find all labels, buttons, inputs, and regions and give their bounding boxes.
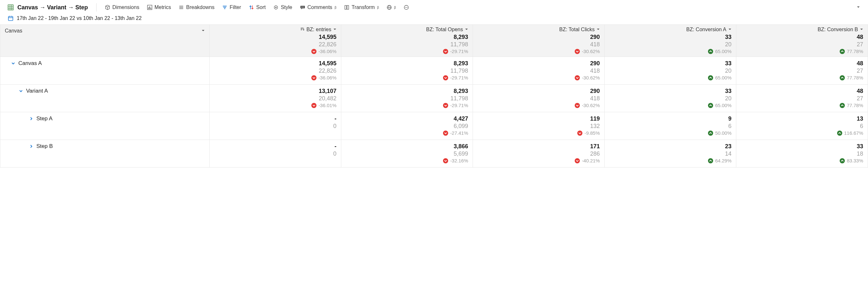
- up-badge-icon: [708, 131, 713, 136]
- cell-delta: -30.62%: [477, 75, 600, 80]
- style-icon: [273, 5, 278, 10]
- svg-point-25: [405, 7, 406, 8]
- down-badge-icon: [311, 75, 316, 80]
- metric-cell: 33 18 83.33%: [736, 140, 868, 168]
- cube-icon: [105, 5, 110, 10]
- sort-icon: [249, 5, 254, 10]
- metric-header[interactable]: BZ: Total Clicks 290 418 -30.62%: [473, 25, 604, 57]
- metric-cell: 33 20 65.00%: [604, 85, 736, 112]
- down-badge-icon: [311, 49, 316, 54]
- dim-cell[interactable]: Variant A: [0, 85, 210, 112]
- down-badge-icon: [575, 49, 580, 54]
- cell-comparison-value: 6: [741, 123, 863, 130]
- style-button[interactable]: Style: [273, 4, 292, 10]
- dim-header-label: Canvas: [5, 28, 22, 34]
- collapse-toolbar-caret[interactable]: [857, 5, 860, 10]
- down-badge-icon: [311, 103, 316, 108]
- data-table: Canvas BZ: entries 14,595 22,826 -36.06%…: [0, 25, 868, 168]
- dim-header[interactable]: Canvas: [0, 25, 210, 57]
- up-badge-icon: [840, 49, 845, 54]
- up-badge-icon: [840, 75, 845, 80]
- date-row: 17th Jan 22 - 19th Jan 22 vs 10th Jan 22…: [0, 14, 868, 25]
- cell-primary-value: 290: [477, 60, 600, 67]
- metrics-button[interactable]: Metrics: [147, 4, 171, 10]
- cell-comparison-value: 20: [609, 68, 732, 74]
- metric-delta: -36.06%: [214, 48, 336, 54]
- beta-badge: β: [335, 6, 336, 9]
- toolbar: Canvas → Variant → Step Dimensions Metri…: [0, 0, 868, 14]
- transform-button[interactable]: Transformβ: [344, 4, 379, 10]
- sort-button[interactable]: Sort: [249, 4, 266, 10]
- cell-comparison-value: 14: [609, 150, 732, 157]
- cell-primary-value: 48: [741, 60, 863, 67]
- chevron-down-icon[interactable]: [18, 89, 24, 94]
- date-range-text[interactable]: 17th Jan 22 - 19th Jan 22 vs 10th Jan 22…: [17, 15, 142, 21]
- up-badge-icon: [840, 158, 845, 163]
- metric-primary-value: 48: [741, 34, 863, 40]
- svg-rect-28: [8, 16, 13, 21]
- cell-comparison-value: 418: [477, 95, 600, 102]
- filter-icon: [222, 5, 227, 10]
- cell-primary-value: 119: [477, 115, 600, 122]
- up-badge-icon: [837, 131, 842, 136]
- metric-header[interactable]: BZ: Conversion A 33 20 65.00%: [604, 25, 736, 57]
- metric-header[interactable]: BZ: Conversion B 48 27 77.78%: [736, 25, 868, 57]
- globe-button[interactable]: β: [387, 5, 396, 10]
- metric-label: BZ: Total Clicks: [559, 27, 595, 32]
- comments-label: Comments: [307, 4, 332, 10]
- caret-down-icon: [465, 28, 468, 32]
- cell-primary-value: 4,427: [346, 115, 468, 122]
- cell-delta: -29.71%: [346, 103, 468, 108]
- cell-delta: 77.78%: [741, 103, 863, 108]
- filter-label: Filter: [229, 4, 241, 10]
- metric-label: BZ: entries: [307, 27, 331, 32]
- metric-label: BZ: Total Opens: [426, 27, 463, 32]
- metric-header[interactable]: BZ: entries 14,595 22,826 -36.06%: [210, 25, 341, 57]
- cell-comparison-value: 0: [214, 123, 336, 130]
- dimensions-button[interactable]: Dimensions: [105, 4, 140, 10]
- more-button[interactable]: [404, 5, 409, 10]
- metric-cell: 13 6 116.67%: [736, 112, 868, 140]
- table-icon: [8, 4, 13, 10]
- metric-comparison-value: 22,826: [214, 41, 336, 48]
- cell-primary-value: 48: [741, 88, 863, 95]
- dim-cell[interactable]: Step B: [0, 140, 210, 168]
- cell-primary-value: 8,293: [346, 88, 468, 95]
- calendar-icon[interactable]: [8, 15, 13, 21]
- chevron-right-icon[interactable]: [29, 116, 34, 121]
- metrics-icon: [147, 5, 152, 10]
- metric-cell: 23 14 64.29%: [604, 140, 736, 168]
- down-badge-icon: [443, 158, 448, 163]
- row-label: Step A: [36, 115, 53, 122]
- metric-cell: 290 418 -30.62%: [473, 57, 604, 85]
- cell-delta: 116.67%: [741, 130, 863, 136]
- filter-button[interactable]: Filter: [222, 4, 241, 10]
- metric-header[interactable]: BZ: Total Opens 8,293 11,798 -29.71%: [341, 25, 473, 57]
- breakdowns-button[interactable]: Breakdowns: [179, 4, 214, 10]
- dim-cell[interactable]: Canvas A: [0, 57, 210, 85]
- cell-primary-value: -: [214, 143, 336, 150]
- cell-delta: 77.78%: [741, 75, 863, 80]
- metric-comparison-value: 27: [741, 41, 863, 48]
- svg-rect-20: [347, 5, 349, 9]
- cell-primary-value: 13,107: [214, 88, 336, 95]
- down-badge-icon: [577, 131, 582, 136]
- breadcrumb-title[interactable]: Canvas → Variant → Step: [18, 4, 88, 11]
- cell-delta: -9.85%: [477, 130, 600, 136]
- metric-delta: 77.78%: [741, 48, 863, 54]
- caret-down-icon: [202, 29, 205, 33]
- chevron-right-icon[interactable]: [29, 144, 34, 149]
- cell-primary-value: 33: [741, 143, 863, 150]
- metric-delta: -30.62%: [477, 48, 600, 54]
- chevron-down-icon[interactable]: [11, 61, 16, 66]
- cell-delta: -36.01%: [214, 103, 336, 108]
- beta-badge: β: [377, 6, 379, 9]
- cell-delta: 83.33%: [741, 158, 863, 163]
- dim-cell[interactable]: Step A: [0, 112, 210, 140]
- down-badge-icon: [575, 103, 580, 108]
- comments-button[interactable]: Commentsβ: [300, 4, 336, 10]
- cell-primary-value: 9: [609, 115, 732, 122]
- down-badge-icon: [575, 158, 580, 163]
- metric-comparison-value: 20: [609, 41, 732, 48]
- cell-comparison-value: 286: [477, 150, 600, 157]
